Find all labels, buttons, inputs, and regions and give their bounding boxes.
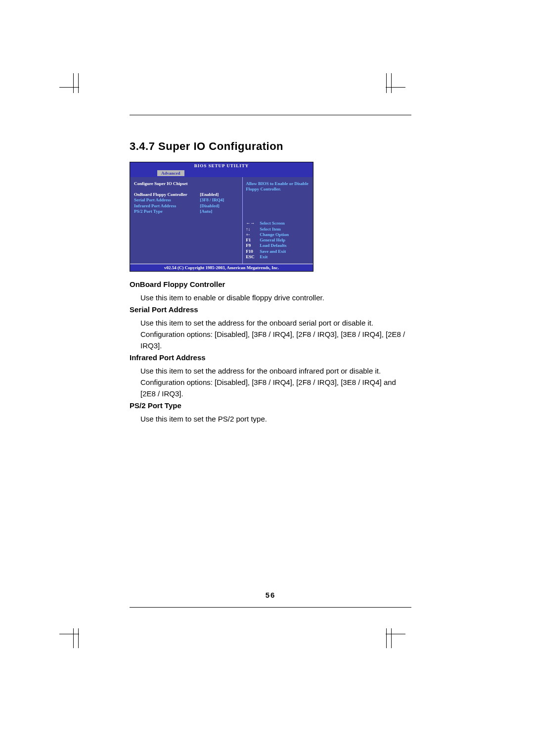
bios-setting-row[interactable]: Serial Port Address[3F8 / IRQ4] [134,197,240,203]
bios-setting-label: Infrared Port Address [134,203,200,209]
crop-mark [386,628,405,648]
bios-key-desc: Select Screen [260,221,285,226]
bios-key: ↑↓ [246,227,260,232]
bios-tab-bar: Advanced [130,169,313,177]
bios-settings-panel: Configure Super IO Chipset OnBoard Flopp… [130,177,242,264]
setting-desc-body: Use this item to enable or disable flopp… [140,292,411,303]
crop-mark [386,73,405,93]
bios-screenshot: BIOS SETUP UTILITY Advanced Configure Su… [130,162,313,272]
bios-key-desc: Change Option [260,232,289,237]
crop-mark [59,73,79,93]
bios-key: F1 [246,237,260,243]
bios-key: F10 [246,249,260,254]
bios-panel-title: Configure Super IO Chipset [134,181,240,186]
bios-setting-value: [Auto] [200,209,240,214]
bios-key-legend: ←→Select Screen↑↓Select Item+-Change Opt… [246,221,311,260]
bios-setting-label: PS/2 Port Type [134,209,200,214]
bios-setting-row[interactable]: PS/2 Port Type[Auto] [134,209,240,214]
setting-desc-title: Infrared Port Address [130,352,411,363]
bios-help-text: Allow BIOS to Enable or Disable Floppy C… [246,181,311,192]
bios-key-row: ↑↓Select Item [246,227,311,232]
bios-key-desc: Save and Exit [260,249,286,254]
bios-key-desc: Exit [260,254,267,259]
bios-key-row: ←→Select Screen [246,221,311,226]
page-content: 3.4.7 Super IO Configuration BIOS SETUP … [130,115,411,608]
bios-window-title: BIOS SETUP UTILITY [130,162,313,169]
bios-key: ←→ [246,221,260,226]
bios-setting-value: [3F8 / IRQ4] [200,197,240,203]
setting-descriptions: OnBoard Floppy ControllerUse this item t… [130,279,411,425]
setting-desc-body: Use this item to set the address for the… [140,365,411,400]
bios-setting-label: OnBoard Floppy Controller [134,192,200,197]
bios-key-row: F1General Help [246,237,311,243]
page-number: 56 [130,591,411,599]
setting-desc-body: Use this item to set the address for the… [140,317,411,352]
bios-setting-label: Serial Port Address [134,197,200,203]
bios-key-row: F9Load Defaults [246,243,311,248]
setting-desc-body: Use this item to set the PS/2 port type. [140,413,411,425]
bios-setting-value: [Disabled] [200,203,240,209]
section-heading: 3.4.7 Super IO Configuration [130,140,411,153]
bios-key-row: ESCExit [246,254,311,260]
bios-footer-copyright: v02.54 (C) Copyright 1985-2003, American… [130,264,313,271]
setting-desc-title: OnBoard Floppy Controller [130,279,411,290]
bios-setting-value: [Enabled] [200,192,240,197]
bios-setting-row[interactable]: Infrared Port Address[Disabled] [134,203,240,209]
bios-setting-row[interactable]: OnBoard Floppy Controller[Enabled] [134,192,240,197]
bios-key-row: +-Change Option [246,232,311,237]
bios-key: +- [246,232,260,237]
bios-key-desc: Select Item [260,227,281,232]
setting-desc-title: PS/2 Port Type [130,400,411,411]
bios-key-desc: Load Defaults [260,243,286,248]
bios-key: ESC [246,254,260,260]
bios-help-panel: Allow BIOS to Enable or Disable Floppy C… [242,177,313,264]
bios-key: F9 [246,243,260,248]
bios-key-row: F10Save and Exit [246,249,311,254]
crop-mark [59,628,79,648]
setting-desc-title: Serial Port Address [130,304,411,315]
bios-key-desc: General Help [260,237,285,242]
bios-tab-advanced[interactable]: Advanced [157,170,184,176]
